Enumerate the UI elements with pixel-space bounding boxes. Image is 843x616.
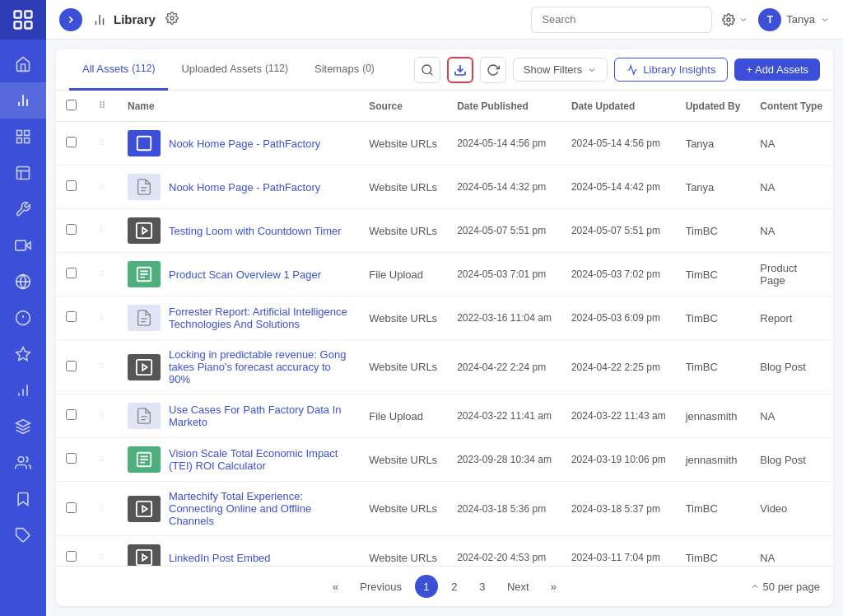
svg-rect-0 bbox=[15, 12, 21, 18]
sidebar-item-chart[interactable] bbox=[0, 372, 46, 408]
row-checkbox[interactable] bbox=[66, 268, 77, 278]
tab-all-assets[interactable]: All Assets (112) bbox=[69, 49, 168, 91]
download-button[interactable] bbox=[447, 57, 473, 83]
select-all-checkbox[interactable] bbox=[66, 100, 77, 110]
per-page-selector[interactable]: 50 per page bbox=[750, 581, 820, 593]
tab-sitemaps[interactable]: Sitemaps (0) bbox=[301, 49, 388, 91]
sidebar-item-star[interactable] bbox=[0, 336, 46, 372]
table-row: Testing Loom with Countdown Timer Websit… bbox=[56, 209, 833, 253]
row-checkbox[interactable] bbox=[66, 224, 77, 235]
row-drag-icon bbox=[96, 502, 106, 512]
svg-point-26 bbox=[18, 457, 24, 463]
page-3-button[interactable]: 3 bbox=[471, 575, 494, 598]
next-page-button[interactable]: Next bbox=[499, 577, 538, 596]
svg-point-109 bbox=[100, 505, 100, 506]
svg-point-122 bbox=[102, 558, 103, 558]
search-input[interactable] bbox=[531, 7, 712, 33]
row-checkbox[interactable] bbox=[66, 551, 77, 562]
last-page-button[interactable]: » bbox=[543, 577, 565, 596]
row-checkbox[interactable] bbox=[66, 361, 77, 371]
asset-thumbnail bbox=[128, 261, 161, 287]
assets-table-container: Name Source Date Published Date Updated … bbox=[56, 91, 833, 566]
svg-point-31 bbox=[170, 16, 174, 20]
sidebar-item-analytics[interactable] bbox=[0, 82, 46, 119]
table-row: LinkedIn Post Embed Website URLs 2024-02… bbox=[56, 536, 833, 567]
asset-source: Website URLs bbox=[359, 340, 447, 394]
sidebar-item-video[interactable] bbox=[0, 227, 46, 264]
asset-name[interactable]: Forrester Report: Artificial Intelligenc… bbox=[169, 306, 349, 330]
sidebar-item-person[interactable] bbox=[0, 445, 46, 481]
tab-uploaded-assets[interactable]: Uploaded Assets (112) bbox=[168, 49, 301, 91]
page-1-button[interactable]: 1 bbox=[415, 575, 438, 598]
tabs: All Assets (112) Uploaded Assets (112) S… bbox=[69, 49, 414, 91]
asset-thumbnail bbox=[128, 446, 161, 473]
asset-name[interactable]: Nook Home Page - PathFactory bbox=[169, 181, 320, 194]
user-chevron-icon bbox=[820, 15, 830, 25]
svg-marker-14 bbox=[26, 242, 30, 249]
svg-point-87 bbox=[100, 367, 100, 368]
row-checkbox[interactable] bbox=[66, 453, 77, 464]
show-filters-button[interactable]: Show Filters bbox=[513, 58, 608, 82]
sidebar-item-globe[interactable] bbox=[0, 264, 46, 300]
row-checkbox[interactable] bbox=[66, 502, 77, 513]
asset-name[interactable]: Testing Loom with Countdown Timer bbox=[169, 225, 342, 237]
sidebar-logo[interactable] bbox=[0, 0, 46, 40]
sidebar-item-tag[interactable] bbox=[0, 517, 46, 553]
svg-marker-124 bbox=[142, 554, 147, 560]
asset-name[interactable]: Martechify Total Experience: Connecting … bbox=[169, 490, 349, 527]
svg-point-80 bbox=[102, 318, 103, 319]
asset-updated-by: TimBC bbox=[676, 536, 751, 567]
row-checkbox[interactable] bbox=[66, 409, 77, 420]
topbar: Library T Tanya bbox=[46, 0, 843, 40]
svg-point-36 bbox=[100, 102, 101, 103]
sidebar-item-grid[interactable] bbox=[0, 119, 46, 155]
svg-point-67 bbox=[100, 273, 100, 273]
sidebar-item-home[interactable] bbox=[0, 46, 46, 82]
user-name: Tanya bbox=[786, 13, 815, 26]
svg-marker-21 bbox=[16, 348, 30, 361]
asset-name[interactable]: Product Scan Overview 1 Pager bbox=[169, 268, 321, 281]
svg-point-57 bbox=[100, 226, 100, 227]
asset-name[interactable]: Vision Scale Total Economic Impact (TEI)… bbox=[169, 447, 349, 472]
add-assets-button[interactable]: + Add Assets bbox=[734, 58, 820, 81]
topbar-settings[interactable] bbox=[722, 13, 748, 26]
refresh-button[interactable] bbox=[480, 57, 506, 83]
asset-content-type: Blog Post bbox=[750, 438, 833, 482]
row-checkbox[interactable] bbox=[66, 137, 77, 147]
sidebar-item-circle[interactable] bbox=[0, 300, 46, 336]
asset-name[interactable]: Use Cases For Path Factory Data In Marke… bbox=[169, 404, 349, 428]
svg-point-39 bbox=[103, 104, 104, 105]
row-checkbox[interactable] bbox=[66, 311, 77, 322]
svg-point-77 bbox=[100, 316, 100, 317]
svg-point-32 bbox=[727, 18, 730, 21]
row-checkbox[interactable] bbox=[66, 180, 77, 191]
sidebar-item-tools[interactable] bbox=[0, 191, 46, 227]
filters-chevron-icon bbox=[587, 65, 597, 75]
tab-uploaded-assets-label: Uploaded Assets bbox=[181, 63, 262, 75]
sidebar-item-layout[interactable] bbox=[0, 155, 46, 191]
asset-name[interactable]: LinkedIn Post Embed bbox=[169, 552, 271, 564]
prev-page-button[interactable]: Previous bbox=[352, 577, 410, 596]
svg-point-41 bbox=[103, 106, 104, 107]
sidebar-item-layers[interactable] bbox=[0, 408, 46, 445]
asset-updated-by: TimBC bbox=[676, 340, 751, 394]
asset-name[interactable]: Nook Home Page - PathFactory bbox=[169, 138, 320, 150]
settings-icon[interactable] bbox=[165, 12, 179, 27]
col-header-name: Name bbox=[118, 91, 359, 122]
page-2-button[interactable]: 2 bbox=[443, 575, 466, 598]
expand-button[interactable] bbox=[59, 8, 82, 31]
topbar-user[interactable]: T Tanya bbox=[758, 8, 830, 31]
row-drag-icon bbox=[96, 225, 106, 235]
row-drag-icon bbox=[96, 181, 106, 191]
library-insights-button[interactable]: Library Insights bbox=[614, 58, 728, 82]
sidebar-item-bookmark[interactable] bbox=[0, 481, 46, 517]
asset-thumbnail bbox=[128, 354, 161, 380]
search-button[interactable] bbox=[414, 57, 440, 83]
svg-rect-9 bbox=[17, 138, 22, 143]
asset-content-type: Product Page bbox=[750, 253, 833, 296]
page-title: Library bbox=[92, 12, 156, 27]
first-page-button[interactable]: « bbox=[324, 577, 347, 596]
asset-date-updated: 2024-05-14 4:42 pm bbox=[561, 166, 676, 209]
asset-date-published: 2023-09-28 10:34 am bbox=[447, 438, 561, 482]
asset-name[interactable]: Locking in predictable revenue: Gong tak… bbox=[169, 348, 349, 385]
